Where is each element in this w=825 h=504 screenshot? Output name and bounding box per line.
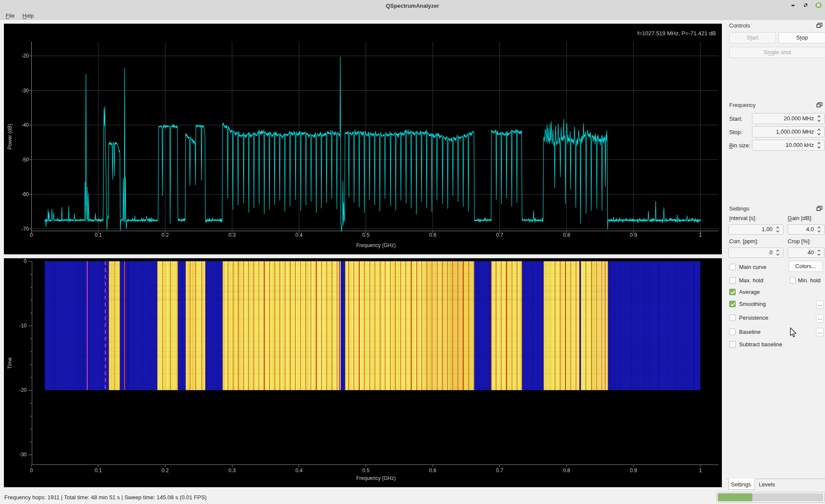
- svg-text:0: 0: [30, 232, 33, 238]
- svg-text:1: 1: [699, 467, 702, 473]
- svg-text:0.2: 0.2: [162, 232, 169, 238]
- svg-text:0.5: 0.5: [362, 467, 370, 473]
- svg-text:Frequency (GHz): Frequency (GHz): [356, 475, 396, 481]
- svg-text:0.2: 0.2: [162, 467, 169, 473]
- svg-text:Power (dB): Power (dB): [7, 124, 13, 150]
- svg-text:-20: -20: [21, 53, 29, 59]
- svg-text:0.9: 0.9: [630, 467, 637, 473]
- svg-text:-60: -60: [21, 191, 29, 197]
- svg-text:0.3: 0.3: [229, 232, 236, 238]
- svg-text:Frequency (GHz): Frequency (GHz): [356, 242, 396, 248]
- svg-text:0.3: 0.3: [229, 467, 236, 473]
- svg-text:0.7: 0.7: [496, 232, 504, 238]
- svg-text:-70: -70: [21, 226, 29, 232]
- svg-text:0.6: 0.6: [429, 467, 437, 473]
- svg-text:0.4: 0.4: [295, 467, 302, 473]
- svg-text:-20: -20: [19, 387, 27, 393]
- svg-text:-50: -50: [21, 157, 29, 163]
- svg-text:0.1: 0.1: [95, 467, 102, 473]
- svg-text:1: 1: [699, 232, 702, 238]
- svg-text:-40: -40: [21, 122, 29, 128]
- svg-text:0.4: 0.4: [295, 232, 302, 238]
- svg-text:0.5: 0.5: [362, 232, 370, 238]
- svg-text:0: 0: [24, 258, 27, 264]
- svg-text:f=1027.519 MHz, P=-71.421 dB: f=1027.519 MHz, P=-71.421 dB: [637, 30, 716, 37]
- svg-text:-30: -30: [19, 452, 27, 458]
- svg-text:0.8: 0.8: [563, 232, 570, 238]
- svg-text:0.9: 0.9: [630, 232, 637, 238]
- svg-text:0.8: 0.8: [563, 467, 570, 473]
- svg-text:0.1: 0.1: [95, 232, 102, 238]
- svg-text:-30: -30: [21, 88, 29, 94]
- svg-text:0.7: 0.7: [496, 467, 504, 473]
- svg-text:0: 0: [30, 467, 33, 473]
- svg-text:-10: -10: [19, 323, 27, 329]
- svg-text:0.6: 0.6: [429, 232, 437, 238]
- svg-text:Time: Time: [7, 357, 13, 369]
